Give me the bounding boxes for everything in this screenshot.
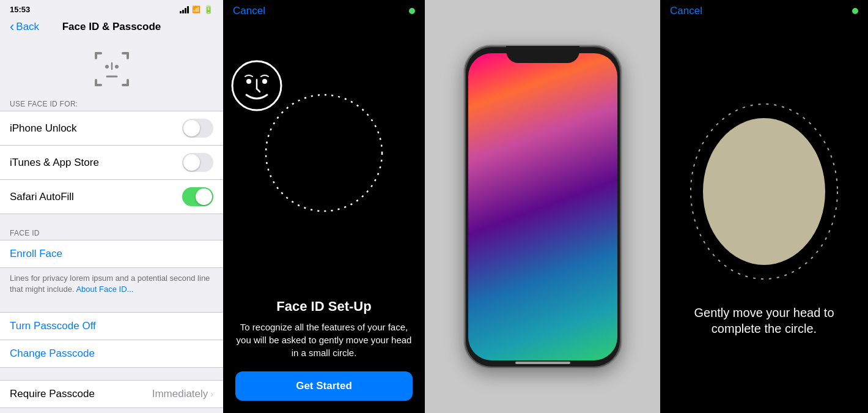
iphone-unlock-row: iPhone Unlock [0,111,223,146]
svg-rect-1 [95,52,97,59]
signal-icon [180,6,189,13]
green-indicator-icon [409,8,415,14]
iphone-x-device [463,45,622,369]
svg-line-19 [257,89,260,92]
safari-autofill-toggle[interactable] [182,187,213,206]
chevron-icon: › [210,389,213,399]
itunes-appstore-row: iTunes & App Store [0,146,223,180]
require-passcode-value: Immediately › [152,388,213,400]
battery-icon: 🔋 [204,5,213,14]
settings-nav: ‹ Back Face ID & Passcode [0,17,223,39]
turn-passcode-off-label: Turn Passcode Off [10,320,96,332]
safari-autofill-row: Safari AutoFill [0,180,223,214]
face-id-toggles-list: iPhone Unlock iTunes & App Store Safari … [0,111,223,214]
svg-point-9 [115,65,119,69]
wifi-icon: 📶 [192,6,200,13]
require-passcode-list: Require Passcode Immediately › [0,380,223,408]
face-ring [257,86,391,220]
iphone-photo-panel [425,0,660,413]
enroll-face-list: Enroll Face [0,240,223,268]
back-arrow-icon: ‹ [10,20,14,34]
iphone-notch [506,46,579,63]
svg-rect-5 [95,84,102,86]
about-face-id-link[interactable]: About Face ID... [76,285,133,294]
require-passcode-label: Require Passcode [10,388,95,400]
settings-panel: 15:53 📶 🔋 ‹ Back Face ID & Passcode [0,0,223,413]
iphone-unlock-label: iPhone Unlock [10,122,77,135]
home-indicator [515,362,570,364]
nav-title: Face ID & Passcode [62,21,161,33]
use-face-id-header: USE FACE ID FOR: [0,97,223,111]
iphone-unlock-toggle[interactable] [182,119,213,138]
face-id-icon-container [0,39,223,97]
require-passcode-row[interactable]: Require Passcode Immediately › [0,381,223,407]
itunes-appstore-label: iTunes & App Store [10,157,99,169]
svg-point-8 [105,65,109,69]
volume-down-button-icon [463,153,465,184]
oval-tick-ring-svg [685,97,844,286]
face-id-section-header: FACE ID [0,226,223,240]
settings-status-bar: 15:53 📶 🔋 [0,0,223,17]
safari-autofill-label: Safari AutoFill [10,191,74,203]
face-id-icon [94,51,130,87]
svg-point-16 [246,79,251,84]
headmove-instruction-text: Gently move your head to complete the ci… [672,305,856,337]
svg-point-21 [691,104,837,279]
change-passcode-label: Change Passcode [10,348,95,360]
headmove-status-bar: Cancel [660,0,868,20]
change-passcode-row[interactable]: Change Passcode [0,340,223,367]
turn-passcode-off-row[interactable]: Turn Passcode Off [0,313,223,340]
back-button[interactable]: ‹ Back [10,20,39,34]
face-animation-container [223,20,425,299]
setup-cancel-button[interactable]: Cancel [233,5,265,17]
svg-point-17 [262,79,267,84]
status-time: 15:53 [10,5,30,14]
itunes-appstore-toggle[interactable] [182,153,213,172]
power-button-icon [621,95,622,132]
get-started-button[interactable]: Get Started [235,371,413,401]
headmove-green-indicator-icon [852,8,858,14]
headmove-content: Gently move your head to complete the ci… [660,20,868,413]
svg-rect-7 [122,84,129,86]
iphone-screen [468,53,617,360]
privacy-text-block: Lines for privacy lorem ipsum and a pote… [0,268,223,300]
silent-switch-icon [463,89,465,107]
head-move-panel: Cancel Gently move your head to complete… [660,0,868,413]
face-id-setup-panel: Cancel [223,0,425,413]
setup-description: To recognize all the features of your fa… [235,321,413,359]
setup-status-bar: Cancel [223,0,425,20]
face-emoji-svg [229,58,284,113]
oval-ring-container [685,97,844,286]
passcode-list: Turn Passcode Off Change Passcode [0,312,223,368]
enroll-face-row[interactable]: Enroll Face [0,240,223,267]
headmove-cancel-button[interactable]: Cancel [670,5,702,17]
status-icons: 📶 🔋 [180,5,213,14]
back-label: Back [16,21,39,33]
screen-gradient [468,53,617,360]
enroll-face-label: Enroll Face [10,248,62,260]
setup-text-area: Face ID Set-Up To recognize all the feat… [223,299,425,413]
setup-title: Face ID Set-Up [235,299,413,314]
svg-rect-3 [127,52,129,59]
volume-up-button-icon [463,116,465,147]
svg-point-20 [688,101,840,282]
